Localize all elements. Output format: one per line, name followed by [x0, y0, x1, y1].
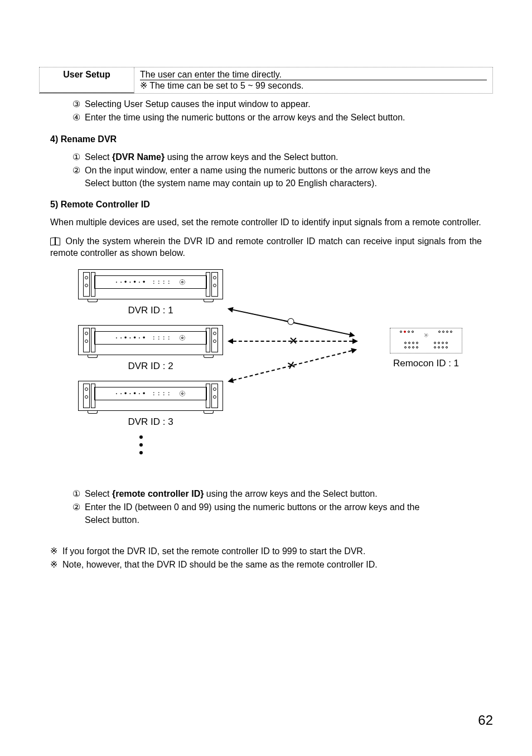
text-pre: Select [85, 152, 112, 162]
dvr-handle-icon [211, 384, 218, 408]
book-icon [50, 238, 60, 245]
dvr-handle-icon [83, 384, 90, 408]
text-line: Select button. [85, 515, 139, 525]
panel-dots-icon: :::: [152, 279, 172, 285]
user-setup-table: User Setup The user can enter the time d… [39, 67, 493, 94]
note-symbol: ※ [50, 559, 62, 571]
text-post: using the arrow keys and the Select butt… [204, 489, 377, 498]
x-mark-icon [289, 337, 297, 345]
text-pre: Select [85, 489, 112, 498]
text-post: using the arrow keys and the Select butt… [165, 152, 338, 162]
post-table-list: ③ Selecting User Setup causes the input … [72, 98, 493, 124]
gear-icon [423, 332, 429, 338]
dvr-1-label: DVR ID : 1 [78, 305, 223, 316]
list-text: Select {DVR Name} using the arrow keys a… [85, 151, 493, 163]
text-line: Enter the ID (between 0 and 99) using th… [85, 502, 419, 512]
gear-icon [178, 333, 187, 342]
section-5-para-1: When multiple devices are used, set the … [50, 216, 482, 229]
list-text: Enter the time using the numeric buttons… [85, 112, 493, 124]
page-number: 62 [478, 713, 493, 728]
arrow-head-right-icon [352, 338, 358, 344]
x-mark-icon [286, 360, 296, 370]
ellipsis-vertical-icon [139, 431, 143, 459]
dvr-2-label: DVR ID : 2 [78, 361, 223, 372]
circled-1: ① [72, 151, 85, 163]
dvr-unit-2: ··•·•·• :::: DVR ID : 2 [78, 325, 223, 372]
dvr-handle-icon [211, 328, 218, 352]
dvr-feet-icon [79, 299, 223, 302]
list-item: ② On the input window, enter a name usin… [72, 164, 493, 190]
list-text: Enter the ID (between 0 and 99) using th… [85, 501, 493, 526]
para-text: Only the system wherein the DVR ID and r… [50, 236, 482, 258]
section-4-list: ① Select {DVR Name} using the arrow keys… [72, 151, 493, 190]
section-5-para-2: Only the system wherein the DVR ID and r… [50, 235, 482, 259]
panel-dots-icon: ··•·•·• [114, 334, 147, 342]
arrow-circle-icon [287, 317, 294, 325]
panel-dots-icon: ··•·•·• [114, 278, 147, 286]
note-symbol: ※ [140, 81, 147, 90]
gear-icon [178, 278, 187, 287]
text-line: On the input window, enter a name using … [85, 166, 431, 175]
dvr-unit-3: ··•·•·• :::: DVR ID : 3 [78, 381, 223, 428]
dvr-panel: ··•·•·• :::: [94, 331, 207, 345]
footnote-text: Note, however, that the DVR ID should be… [62, 559, 482, 571]
dvr-slot-icon [206, 384, 210, 408]
dvr-handle-icon [83, 272, 90, 297]
section-4-heading: 4) Rename DVR [50, 134, 493, 144]
dvr-panel: ··•·•·• :::: [94, 387, 207, 400]
gear-icon [178, 389, 187, 398]
arrow-solid [229, 308, 354, 335]
list-text: Selecting User Setup causes the input wi… [85, 98, 493, 110]
footnote-text: If you forgot the DVR ID, set the remote… [62, 545, 482, 558]
section-5-heading: 5) Remote Controller ID [50, 200, 493, 210]
dvr-feet-icon [79, 355, 223, 358]
circled-4: ④ [72, 112, 85, 124]
dvr-remote-diagram: ··•·•·• :::: DVR ID : 1 ··•·•·• :::: DVR… [78, 269, 482, 481]
dvr-handle-icon [211, 272, 218, 297]
table-line-2: The time can be set to 5 ~ 99 seconds. [149, 81, 303, 90]
table-header-cell: User Setup [40, 67, 134, 93]
arrow-head-left-icon [228, 338, 233, 344]
list-text: Select {remote controller ID} using the … [85, 488, 493, 500]
list-item: ① Select {remote controller ID} using th… [72, 488, 493, 500]
list-text: On the input window, enter a name using … [85, 164, 493, 190]
dvr-unit-1: ··•·•·• :::: DVR ID : 1 [78, 269, 223, 316]
dvr-case: ··•·•·• :::: [78, 325, 223, 355]
dvr-slot-icon [206, 328, 210, 352]
section-5-list: ① Select {remote controller ID} using th… [72, 488, 493, 526]
remote-control: Remocon ID : 1 [370, 328, 482, 369]
dvr-case: ··•·•·• :::: [78, 381, 223, 411]
table-data-cell: The user can enter the time directly. ※ … [134, 67, 492, 93]
panel-dots-icon: ··•·•·• [114, 390, 147, 398]
dvr-3-label: DVR ID : 3 [78, 416, 223, 428]
list-item: ② Enter the ID (between 0 and 99) using … [72, 501, 493, 526]
dvr-case: ··•·•·• :::: [78, 269, 223, 299]
remote-box-icon [390, 328, 462, 353]
list-item: ④ Enter the time using the numeric butto… [72, 112, 493, 124]
remote-label: Remocon ID : 1 [370, 358, 482, 369]
arrow-dashed [229, 349, 356, 381]
dvr-panel: ··•·•·• :::: [94, 275, 207, 289]
table-line-1: The user can enter the time directly. [140, 70, 487, 80]
text-bold: {remote controller ID} [112, 489, 204, 498]
remote-buttons-row [390, 346, 462, 348]
arrow-head-right-icon [351, 347, 357, 353]
dvr-feet-icon [79, 411, 223, 414]
panel-dots-icon: :::: [152, 335, 172, 341]
remote-buttons-row [390, 342, 462, 344]
list-item: ① Select {DVR Name} using the arrow keys… [72, 151, 493, 163]
dvr-slot-icon [206, 272, 210, 297]
footnote-2: ※ Note, however, that the DVR ID should … [50, 559, 482, 571]
circled-3: ③ [72, 98, 85, 110]
footnote-1: ※ If you forgot the DVR ID, set the remo… [50, 545, 482, 558]
circled-1: ① [72, 488, 85, 500]
arrow-head-right-icon [349, 332, 356, 338]
panel-dots-icon: :::: [152, 390, 172, 396]
text-line: Select button (the system name may conta… [85, 178, 377, 188]
dvr-handle-icon [83, 328, 90, 352]
text-bold: {DVR Name} [112, 152, 165, 162]
circled-2: ② [72, 501, 85, 526]
circled-2: ② [72, 164, 85, 190]
note-symbol: ※ [50, 545, 62, 558]
list-item: ③ Selecting User Setup causes the input … [72, 98, 493, 110]
